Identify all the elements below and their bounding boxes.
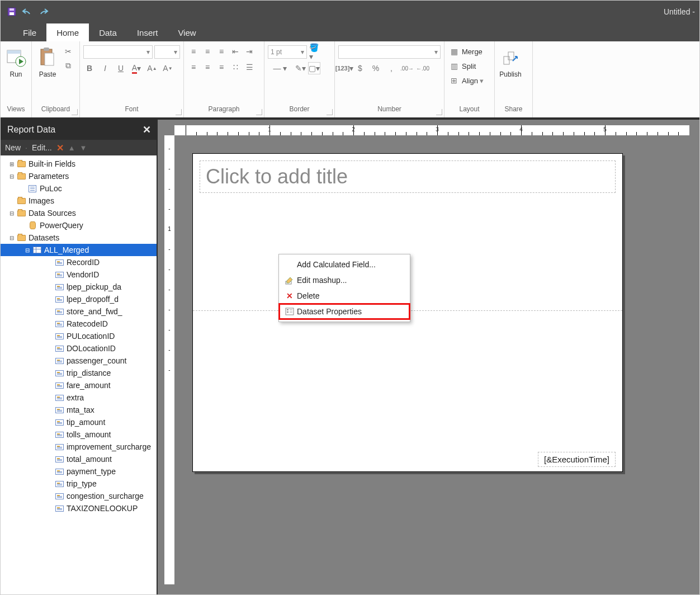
tab-file[interactable]: File	[13, 23, 46, 41]
design-surface[interactable]: 12345 ----1------- Click to add title [&…	[158, 120, 699, 594]
title-placeholder[interactable]: Click to add title	[200, 160, 616, 193]
publish-button[interactable]: Publish	[498, 45, 523, 78]
tab-insert[interactable]: Insert	[127, 23, 168, 41]
tree-node-label: lpep_pickup_da	[67, 282, 121, 291]
run-button[interactable]: Run	[4, 45, 28, 78]
tree-node[interactable]: improvement_surcharge	[1, 441, 157, 453]
context-menu: Add Calculated Field...Edit mashup...✕De…	[278, 254, 410, 322]
border-weight-combo[interactable]: 1 pt▾	[268, 45, 307, 59]
comma-button[interactable]: ,	[385, 62, 398, 74]
tree-node-selected[interactable]: ⊟ALL_Merged	[1, 244, 157, 256]
tree-node-label: Parameters	[29, 172, 69, 181]
numbering-button[interactable]: ☰	[243, 61, 256, 73]
tree-node[interactable]: tolls_amount	[1, 428, 157, 441]
percent-button[interactable]: %	[370, 62, 382, 74]
increase-indent-button[interactable]: ⇥	[243, 45, 256, 58]
svg-rect-2	[10, 12, 14, 15]
font-family-combo[interactable]: ▾	[83, 45, 153, 59]
tree-node[interactable]: ⊟Data Sources	[1, 207, 157, 219]
border-preset-button[interactable]: ▢▾	[308, 62, 320, 74]
group-label-layout: Layout	[448, 104, 491, 116]
shrink-font-button[interactable]: A▼	[162, 62, 174, 74]
increase-decimal-button[interactable]: .00→	[401, 62, 413, 74]
merge-button[interactable]: ▦Merge	[448, 45, 484, 58]
tree-node[interactable]: lpep_pickup_da	[1, 281, 157, 293]
footer-expression[interactable]: [&ExecutionTime]	[538, 452, 616, 467]
context-menu-item[interactable]: ✕Delete	[279, 288, 410, 304]
border-style-button[interactable]: — ▾	[268, 62, 292, 74]
decrease-indent-button[interactable]: ⇤	[229, 45, 242, 58]
split-button[interactable]: ▥Split	[448, 60, 484, 72]
report-data-tree[interactable]: ⊞Built-in Fields⊟ParametersPuLocImages⊟D…	[1, 155, 157, 594]
pane-new-button[interactable]: New	[5, 143, 21, 152]
font-color-button[interactable]: A▾	[130, 62, 143, 74]
tree-node[interactable]: DOLocationID	[1, 342, 157, 355]
tree-node[interactable]: congestion_surcharge	[1, 490, 157, 502]
save-button[interactable]	[5, 5, 18, 18]
tree-node[interactable]: total_amount	[1, 453, 157, 465]
tree-node[interactable]: tip_amount	[1, 416, 157, 428]
tree-node-label: ALL_Merged	[44, 245, 89, 254]
tree-node[interactable]: trip_distance	[1, 367, 157, 379]
font-size-combo[interactable]: ▾	[154, 45, 180, 59]
bullets-button[interactable]: ∷	[229, 61, 242, 73]
move-down-icon[interactable]: ▼	[80, 144, 87, 152]
context-menu-item[interactable]: Add Calculated Field...	[279, 257, 410, 272]
align-top-button[interactable]: ≡	[187, 45, 200, 58]
tab-data[interactable]: Data	[89, 23, 127, 41]
tree-node[interactable]: trip_type	[1, 478, 157, 490]
align-bottom-button[interactable]: ≡	[215, 45, 228, 58]
move-up-icon[interactable]: ▲	[68, 144, 75, 152]
align-middle-button[interactable]: ≡	[201, 45, 214, 58]
currency-button[interactable]: $	[354, 62, 366, 74]
align-center-button[interactable]: ≡	[201, 61, 214, 73]
context-menu-item[interactable]: Dataset Properties	[279, 304, 410, 319]
cut-button[interactable]: ✂	[62, 45, 74, 58]
context-menu-item[interactable]: Edit mashup...	[279, 272, 410, 288]
horizontal-ruler: 12345	[174, 125, 689, 135]
copy-button[interactable]: ⧉	[62, 59, 74, 72]
align-menu-button[interactable]: ⊞Align ▾	[448, 74, 484, 87]
pane-delete-button[interactable]: ✕	[56, 143, 64, 153]
tree-node[interactable]: lpep_dropoff_d	[1, 293, 157, 305]
tree-node[interactable]: ⊟Datasets	[1, 232, 157, 244]
tree-node[interactable]: extra	[1, 391, 157, 404]
tree-node[interactable]: Images	[1, 195, 157, 207]
publish-label: Publish	[499, 70, 521, 78]
tree-node[interactable]: RatecodeID	[1, 318, 157, 330]
underline-button[interactable]: U	[115, 62, 127, 74]
tree-node[interactable]: ⊞Built-in Fields	[1, 158, 157, 170]
tab-home[interactable]: Home	[46, 23, 89, 41]
paste-button[interactable]: Paste	[35, 45, 60, 78]
pane-edit-button[interactable]: Edit...	[32, 143, 52, 152]
tree-node[interactable]: store_and_fwd_	[1, 305, 157, 318]
align-right-button[interactable]: ≡	[215, 61, 228, 73]
align-left-button[interactable]: ≡	[187, 61, 200, 73]
grow-font-button[interactable]: A▲	[146, 62, 158, 74]
tree-node[interactable]: mta_tax	[1, 404, 157, 416]
number-format-combo[interactable]: ▾	[338, 45, 441, 59]
tree-node[interactable]: TAXIZONELOOKUP	[1, 502, 157, 514]
tree-node[interactable]: VendorID	[1, 268, 157, 281]
svg-rect-8	[45, 53, 54, 65]
tree-node[interactable]: fare_amount	[1, 379, 157, 391]
italic-button[interactable]: I	[99, 62, 111, 74]
tab-view[interactable]: View	[168, 23, 206, 41]
redo-button[interactable]	[36, 5, 50, 18]
bold-button[interactable]: B	[83, 62, 96, 74]
tree-node[interactable]: payment_type	[1, 465, 157, 478]
fill-color-button[interactable]: ✎▾	[294, 62, 306, 74]
border-color-button[interactable]: 🪣▾	[309, 46, 321, 58]
tree-node[interactable]: passenger_count	[1, 355, 157, 367]
undo-button[interactable]	[21, 5, 34, 18]
tree-node[interactable]: ⊟Parameters	[1, 170, 157, 182]
tree-node[interactable]: PuLoc	[1, 182, 157, 195]
decrease-decimal-button[interactable]: ←.00	[417, 62, 429, 74]
tree-node[interactable]: PowerQuery	[1, 219, 157, 232]
tree-node-label: Images	[29, 196, 54, 205]
tree-node[interactable]: PULocationID	[1, 330, 157, 342]
close-icon[interactable]: ✕	[143, 124, 151, 136]
tree-node[interactable]: RecordID	[1, 256, 157, 268]
tree-node-label: lpep_dropoff_d	[67, 295, 119, 304]
placeholder-button[interactable]: [123]▾	[338, 62, 351, 74]
